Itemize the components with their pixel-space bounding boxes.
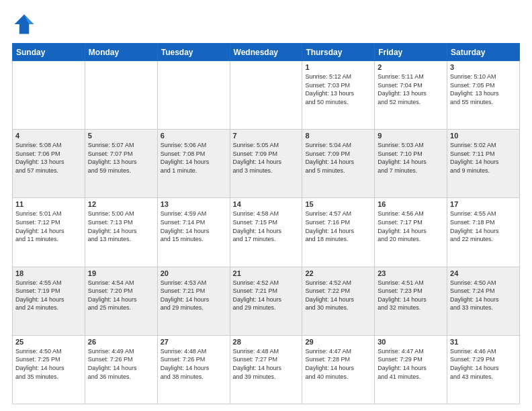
- day-number: 19: [88, 269, 154, 277]
- table-row: 5Sunrise: 5:07 AM Sunset: 7:07 PM Daylig…: [85, 130, 157, 198]
- table-row: 24Sunrise: 4:50 AM Sunset: 7:24 PM Dayli…: [447, 267, 520, 335]
- calendar-week-row: 4Sunrise: 5:08 AM Sunset: 7:06 PM Daylig…: [13, 130, 520, 198]
- day-number: 20: [161, 269, 227, 277]
- day-number: 21: [233, 269, 300, 277]
- table-row: 28Sunrise: 4:48 AM Sunset: 7:27 PM Dayli…: [230, 335, 302, 404]
- table-row: 12Sunrise: 5:00 AM Sunset: 7:13 PM Dayli…: [85, 198, 157, 267]
- table-row: [13, 61, 85, 130]
- table-row: 2Sunrise: 5:11 AM Sunset: 7:04 PM Daylig…: [375, 61, 447, 130]
- day-number: 4: [15, 132, 82, 140]
- day-number: 6: [161, 132, 227, 140]
- day-number: 3: [450, 63, 517, 71]
- col-tuesday: Tuesday: [157, 44, 230, 61]
- logo: [12, 12, 39, 36]
- table-row: [230, 61, 302, 130]
- table-row: 8Sunrise: 5:04 AM Sunset: 7:09 PM Daylig…: [302, 130, 375, 198]
- day-number: 22: [305, 269, 371, 277]
- day-number: 29: [305, 338, 371, 346]
- day-info: Sunrise: 4:55 AM Sunset: 7:19 PM Dayligh…: [15, 279, 82, 312]
- table-row: 14Sunrise: 4:58 AM Sunset: 7:15 PM Dayli…: [230, 198, 302, 267]
- day-number: 2: [378, 63, 444, 71]
- table-row: 20Sunrise: 4:53 AM Sunset: 7:21 PM Dayli…: [157, 267, 230, 335]
- header: [12, 12, 520, 36]
- table-row: 11Sunrise: 5:01 AM Sunset: 7:12 PM Dayli…: [13, 198, 85, 267]
- col-thursday: Thursday: [302, 44, 375, 61]
- calendar-table: Sunday Monday Tuesday Wednesday Thursday…: [12, 43, 520, 404]
- day-number: 14: [233, 200, 300, 208]
- day-info: Sunrise: 4:56 AM Sunset: 7:17 PM Dayligh…: [378, 210, 444, 243]
- day-number: 9: [378, 132, 444, 140]
- day-info: Sunrise: 5:00 AM Sunset: 7:13 PM Dayligh…: [88, 210, 154, 243]
- table-row: 15Sunrise: 4:57 AM Sunset: 7:16 PM Dayli…: [302, 198, 375, 267]
- day-number: 11: [15, 200, 82, 208]
- day-info: Sunrise: 4:51 AM Sunset: 7:23 PM Dayligh…: [378, 279, 444, 312]
- col-saturday: Saturday: [447, 44, 520, 61]
- day-info: Sunrise: 5:04 AM Sunset: 7:09 PM Dayligh…: [305, 141, 371, 175]
- table-row: 27Sunrise: 4:48 AM Sunset: 7:26 PM Dayli…: [157, 335, 230, 404]
- table-row: 3Sunrise: 5:10 AM Sunset: 7:05 PM Daylig…: [447, 61, 520, 130]
- day-info: Sunrise: 5:07 AM Sunset: 7:07 PM Dayligh…: [88, 141, 154, 175]
- day-info: Sunrise: 4:50 AM Sunset: 7:25 PM Dayligh…: [15, 347, 82, 381]
- table-row: 19Sunrise: 4:54 AM Sunset: 7:20 PM Dayli…: [85, 267, 157, 335]
- day-info: Sunrise: 5:05 AM Sunset: 7:09 PM Dayligh…: [233, 141, 300, 175]
- day-info: Sunrise: 4:48 AM Sunset: 7:26 PM Dayligh…: [161, 347, 227, 381]
- day-info: Sunrise: 4:55 AM Sunset: 7:18 PM Dayligh…: [450, 210, 517, 243]
- day-info: Sunrise: 4:47 AM Sunset: 7:28 PM Dayligh…: [305, 347, 371, 381]
- day-number: 13: [161, 200, 227, 208]
- day-info: Sunrise: 5:03 AM Sunset: 7:10 PM Dayligh…: [378, 141, 444, 175]
- day-number: 17: [450, 200, 517, 208]
- table-row: 22Sunrise: 4:52 AM Sunset: 7:22 PM Dayli…: [302, 267, 375, 335]
- day-info: Sunrise: 4:47 AM Sunset: 7:29 PM Dayligh…: [378, 347, 444, 381]
- logo-icon: [12, 12, 36, 36]
- day-number: 24: [450, 269, 517, 277]
- calendar-week-row: 11Sunrise: 5:01 AM Sunset: 7:12 PM Dayli…: [13, 198, 520, 267]
- day-number: 1: [305, 63, 371, 71]
- table-row: 18Sunrise: 4:55 AM Sunset: 7:19 PM Dayli…: [13, 267, 85, 335]
- day-number: 5: [88, 132, 154, 140]
- table-row: 29Sunrise: 4:47 AM Sunset: 7:28 PM Dayli…: [302, 335, 375, 404]
- table-row: 7Sunrise: 5:05 AM Sunset: 7:09 PM Daylig…: [230, 130, 302, 198]
- day-number: 23: [378, 269, 444, 277]
- table-row: [157, 61, 230, 130]
- calendar-week-row: 25Sunrise: 4:50 AM Sunset: 7:25 PM Dayli…: [13, 335, 520, 404]
- day-number: 12: [88, 200, 154, 208]
- table-row: 17Sunrise: 4:55 AM Sunset: 7:18 PM Dayli…: [447, 198, 520, 267]
- table-row: 30Sunrise: 4:47 AM Sunset: 7:29 PM Dayli…: [375, 335, 447, 404]
- calendar-week-row: 1Sunrise: 5:12 AM Sunset: 7:03 PM Daylig…: [13, 61, 520, 130]
- day-info: Sunrise: 4:52 AM Sunset: 7:22 PM Dayligh…: [305, 279, 371, 312]
- col-monday: Monday: [85, 44, 157, 61]
- table-row: 23Sunrise: 4:51 AM Sunset: 7:23 PM Dayli…: [375, 267, 447, 335]
- day-info: Sunrise: 4:49 AM Sunset: 7:26 PM Dayligh…: [88, 347, 154, 381]
- table-row: 31Sunrise: 4:46 AM Sunset: 7:29 PM Dayli…: [447, 335, 520, 404]
- col-friday: Friday: [375, 44, 447, 61]
- day-info: Sunrise: 5:12 AM Sunset: 7:03 PM Dayligh…: [305, 73, 371, 106]
- day-info: Sunrise: 4:59 AM Sunset: 7:14 PM Dayligh…: [161, 210, 227, 243]
- day-info: Sunrise: 5:11 AM Sunset: 7:04 PM Dayligh…: [378, 73, 444, 106]
- day-info: Sunrise: 5:01 AM Sunset: 7:12 PM Dayligh…: [15, 210, 82, 243]
- day-number: 8: [305, 132, 371, 140]
- day-number: 16: [378, 200, 444, 208]
- day-info: Sunrise: 5:02 AM Sunset: 7:11 PM Dayligh…: [450, 141, 517, 175]
- table-row: 9Sunrise: 5:03 AM Sunset: 7:10 PM Daylig…: [375, 130, 447, 198]
- day-number: 30: [378, 338, 444, 346]
- day-number: 25: [15, 338, 82, 346]
- table-row: 10Sunrise: 5:02 AM Sunset: 7:11 PM Dayli…: [447, 130, 520, 198]
- col-sunday: Sunday: [13, 44, 85, 61]
- table-row: 1Sunrise: 5:12 AM Sunset: 7:03 PM Daylig…: [302, 61, 375, 130]
- day-number: 28: [233, 338, 300, 346]
- day-info: Sunrise: 4:58 AM Sunset: 7:15 PM Dayligh…: [233, 210, 300, 243]
- day-info: Sunrise: 4:53 AM Sunset: 7:21 PM Dayligh…: [161, 279, 227, 312]
- page: Sunday Monday Tuesday Wednesday Thursday…: [0, 0, 532, 411]
- day-info: Sunrise: 5:08 AM Sunset: 7:06 PM Dayligh…: [15, 141, 82, 175]
- table-row: 26Sunrise: 4:49 AM Sunset: 7:26 PM Dayli…: [85, 335, 157, 404]
- day-number: 7: [233, 132, 300, 140]
- day-number: 26: [88, 338, 154, 346]
- col-wednesday: Wednesday: [230, 44, 302, 61]
- day-info: Sunrise: 4:52 AM Sunset: 7:21 PM Dayligh…: [233, 279, 300, 312]
- table-row: 25Sunrise: 4:50 AM Sunset: 7:25 PM Dayli…: [13, 335, 85, 404]
- day-number: 27: [161, 338, 227, 346]
- calendar-week-row: 18Sunrise: 4:55 AM Sunset: 7:19 PM Dayli…: [13, 267, 520, 335]
- day-number: 18: [15, 269, 82, 277]
- day-info: Sunrise: 5:10 AM Sunset: 7:05 PM Dayligh…: [450, 73, 517, 106]
- day-info: Sunrise: 4:54 AM Sunset: 7:20 PM Dayligh…: [88, 279, 154, 312]
